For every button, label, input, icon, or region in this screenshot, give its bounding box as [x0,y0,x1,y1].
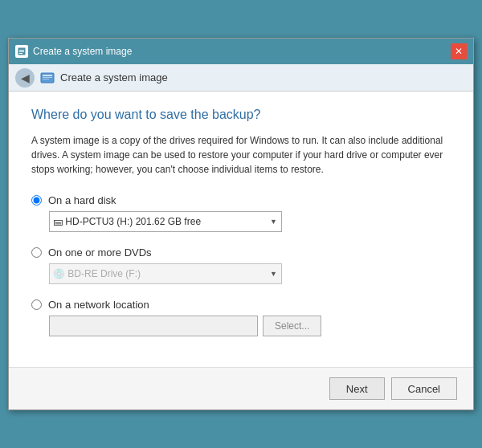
network-option-label[interactable]: On a network location [31,299,451,311]
title-bar: Create a system image ✕ [9,39,473,64]
back-button[interactable]: ◀ [15,68,35,88]
network-input-row: Select... [49,316,451,336]
network-radio[interactable] [31,299,42,310]
svg-rect-3 [19,53,22,54]
page-description: A system image is a copy of the drives r… [31,133,451,177]
next-button[interactable]: Next [329,377,385,400]
svg-rect-5 [43,75,52,76]
hdd-dropdown-wrapper: 🖴 HD-PCTU3 (H:) 201.62 GB free [49,211,282,232]
hdd-option-label[interactable]: On a hard disk [31,194,451,206]
dvd-select[interactable]: 💿 BD-RE Drive (F:) [49,263,282,284]
svg-rect-2 [19,51,24,52]
dvd-dropdown-row: 💿 BD-RE Drive (F:) [49,263,451,284]
dvd-dropdown-wrapper: 💿 BD-RE Drive (F:) [49,263,282,284]
svg-rect-6 [43,77,52,78]
nav-bar: ◀ Create a system image [9,64,473,92]
hdd-option-group: On a hard disk 🖴 HD-PCTU3 (H:) 201.62 GB… [31,194,451,232]
hdd-radio[interactable] [31,195,42,206]
hdd-select[interactable]: 🖴 HD-PCTU3 (H:) 201.62 GB free [49,211,282,232]
back-icon: ◀ [21,71,30,84]
dvd-option-label[interactable]: On one or more DVDs [31,246,451,259]
window-icon [15,45,28,58]
cancel-button[interactable]: Cancel [391,377,457,400]
svg-rect-1 [19,50,24,51]
dvd-label-text: On one or more DVDs [48,246,152,259]
network-option-group: On a network location Select... [31,299,451,336]
select-network-button[interactable]: Select... [263,316,321,336]
page-heading: Where do you want to save the backup? [31,108,451,122]
hdd-dropdown-row: 🖴 HD-PCTU3 (H:) 201.62 GB free [49,211,451,232]
content-area: Where do you want to save the backup? A … [9,92,473,367]
nav-title: Create a system image [60,71,168,83]
title-bar-controls: ✕ [451,43,467,59]
network-path-input[interactable] [49,316,258,336]
dvd-radio[interactable] [31,247,42,258]
dvd-option-group: On one or more DVDs 💿 BD-RE Drive (F:) [31,246,451,284]
network-label-text: On a network location [48,299,149,311]
svg-rect-7 [43,79,49,79]
main-window: Create a system image ✕ ◀ Create a syste… [8,38,474,410]
nav-app-icon [39,70,55,86]
hdd-label-text: On a hard disk [48,194,116,206]
window-title: Create a system image [33,46,132,57]
title-bar-left: Create a system image [15,45,132,58]
footer: Next Cancel [9,367,473,409]
close-button[interactable]: ✕ [451,43,467,59]
